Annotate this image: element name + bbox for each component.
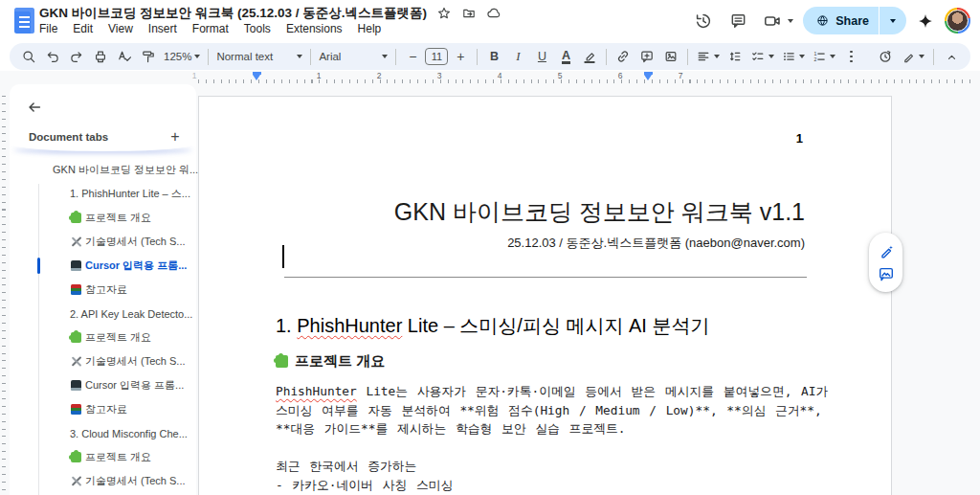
document-timer-icon[interactable] — [874, 45, 897, 68]
puzzle-icon — [71, 213, 81, 223]
body-line[interactable]: - 카카오·네이버 사칭 스미싱 — [276, 476, 828, 495]
document-title[interactable]: GKN 바이브코딩 정보보안 워크북 (25.12.03 / 동준상.넥스트플랫… — [39, 5, 427, 22]
toolbar-divider — [606, 49, 607, 65]
redo-button[interactable] — [65, 45, 88, 68]
margin-tools — [869, 233, 902, 292]
menu-format[interactable]: Format — [192, 22, 229, 35]
google-docs-logo-icon[interactable] — [14, 8, 34, 34]
left-indent-marker[interactable] — [253, 75, 260, 80]
sidebar-item[interactable]: Cursor 입력용 프롬... — [10, 254, 196, 278]
document-page[interactable]: 1 GKN 바이브코딩 정보보안 워크북 v1.1 25.12.03 / 동준상… — [198, 96, 892, 495]
sidebar-item[interactable]: 기술명세서 (Tech S... — [10, 230, 196, 254]
toolbar-divider — [477, 49, 478, 65]
version-history-icon[interactable] — [691, 9, 716, 34]
video-options-caret-icon[interactable] — [788, 19, 793, 23]
video-camera-icon[interactable] — [760, 9, 785, 34]
body-line[interactable]: PhishHunter Lite는 사용자가 문자·카톡·이메일 등에서 받은 … — [276, 382, 828, 401]
sidebar-item[interactable]: 기술명세서 (Tech S... — [10, 469, 196, 493]
sidebar-item[interactable]: 프로젝트 개요 — [10, 445, 196, 469]
account-avatar[interactable] — [945, 8, 970, 34]
sidebar-item[interactable]: GKN 바이브코딩 정보보안 워... — [10, 158, 196, 182]
toolbar-divider — [395, 49, 396, 65]
help-me-write-icon[interactable] — [878, 243, 895, 260]
sidebar-item-label: 2. API Key Leak Detecto... — [70, 308, 192, 320]
style-value: Normal text — [216, 51, 273, 62]
highlight-color-button[interactable] — [578, 45, 601, 68]
editing-mode-select[interactable] — [899, 45, 927, 68]
sidebar-item[interactable]: 참고자료 — [10, 278, 196, 302]
paragraph-style-select[interactable]: Normal text — [213, 45, 305, 68]
font-size-input[interactable]: 11 — [425, 48, 448, 65]
sidebar-item[interactable]: 프로젝트 개요 — [10, 326, 196, 349]
hide-menus-button[interactable] — [940, 45, 963, 68]
cloud-status-icon[interactable] — [485, 6, 501, 22]
paint-format-button[interactable] — [137, 45, 160, 68]
misspelled-word: PhishHunter — [276, 384, 357, 398]
insert-image-button[interactable] — [659, 45, 682, 68]
body-line[interactable]: 스미싱 여부를 자동 분석하여 **위험 점수(High / Medium / … — [276, 401, 828, 420]
menu-extensions[interactable]: Extensions — [286, 22, 343, 35]
join-call-button[interactable] — [760, 9, 793, 34]
ruler-number: 3 — [437, 71, 442, 80]
sidebar-item[interactable]: 참고자료 — [10, 397, 196, 421]
sidebar-item-label: GKN 바이브코딩 정보보안 워... — [53, 163, 198, 177]
move-to-folder-icon[interactable] — [460, 6, 477, 22]
search-menus-button[interactable] — [17, 45, 40, 68]
share-button[interactable]: Share — [803, 7, 906, 34]
text-color-button[interactable]: A — [554, 45, 577, 68]
menu-tools[interactable]: Tools — [244, 22, 271, 35]
toolbar-divider — [687, 49, 688, 65]
add-comment-button[interactable] — [635, 45, 658, 68]
underline-button[interactable]: U — [530, 45, 553, 68]
body-line[interactable]: **대응 가이드**를 제시하는 학습형 보안 실습 프로젝트. — [276, 419, 828, 439]
avatar-photo — [947, 10, 969, 32]
gemini-icon[interactable] — [916, 11, 935, 31]
doc-heading-title[interactable]: GKN 바이브코딩 정보보안 워크북 v1.1 — [394, 196, 805, 228]
bulleted-list-button[interactable] — [778, 45, 808, 68]
print-button[interactable] — [89, 45, 112, 68]
share-button-label: Share — [835, 14, 869, 28]
sidebar-item[interactable]: Cursor 입력용 프롬... — [10, 373, 196, 397]
bold-button[interactable]: B — [482, 45, 505, 68]
italic-button[interactable]: I — [506, 45, 529, 68]
insert-link-button[interactable] — [612, 45, 635, 68]
right-indent-marker[interactable] — [644, 75, 652, 80]
menu-help[interactable]: Help — [358, 22, 382, 35]
zoom-select[interactable]: 125% — [161, 45, 203, 68]
sidebar-item-label: 프로젝트 개요 — [85, 330, 151, 345]
body-line[interactable] — [276, 439, 828, 458]
undo-button[interactable] — [41, 45, 64, 68]
sidebar-item[interactable]: 3. Cloud Misconfig Che... — [10, 421, 196, 445]
line-spacing-button[interactable] — [724, 45, 746, 68]
spelling-grammar-check-button[interactable] — [113, 45, 136, 68]
image-suggestion-icon[interactable] — [878, 265, 895, 282]
body-line[interactable]: 최근 한국에서 증가하는 — [276, 457, 828, 476]
font-select[interactable]: Arial — [316, 45, 390, 68]
comments-icon[interactable] — [725, 9, 750, 34]
add-tab-button[interactable]: + — [166, 129, 185, 145]
body-text[interactable]: PhishHunter Lite는 사용자가 문자·카톡·이메일 등에서 받은 … — [276, 382, 828, 495]
section-heading-2[interactable]: 프로젝트 개요 — [276, 352, 385, 371]
menu-file[interactable]: File — [39, 22, 57, 35]
sidebar-item[interactable]: 프로젝트 개요 — [10, 206, 196, 230]
sidebar-item[interactable]: 2. API Key Leak Detecto... — [10, 302, 196, 326]
more-options-button[interactable] — [839, 45, 862, 68]
sidebar-item[interactable]: 1. PhishHunter Lite – 스... — [10, 182, 196, 206]
increase-font-size-button[interactable]: + — [449, 45, 472, 68]
share-options-caret[interactable] — [880, 7, 906, 34]
star-icon[interactable] — [435, 6, 452, 22]
align-button[interactable] — [693, 45, 723, 68]
section-heading-1[interactable]: 1. PhishHunter Lite – 스미싱/피싱 메시지 AI 분석기 — [276, 313, 709, 339]
menu-view[interactable]: View — [108, 22, 133, 35]
sidebar-item-label: 프로젝트 개요 — [85, 450, 151, 464]
link-globe-icon — [815, 13, 830, 28]
checklist-button[interactable] — [747, 45, 777, 68]
sidebar-item[interactable]: 기술명세서 (Tech S... — [10, 349, 196, 373]
numbered-list-button[interactable]: 12 — [809, 45, 838, 68]
sidebar-item-label: Cursor 입력용 프롬... — [85, 378, 184, 393]
doc-heading-subtitle[interactable]: 25.12.03 / 동준상.넥스트플랫폼 (naebon@naver.com) — [507, 235, 805, 252]
menu-edit[interactable]: Edit — [73, 22, 93, 35]
close-sidebar-back-icon[interactable] — [23, 96, 46, 119]
menu-insert[interactable]: Insert — [148, 22, 177, 35]
decrease-font-size-button[interactable]: − — [401, 45, 424, 68]
